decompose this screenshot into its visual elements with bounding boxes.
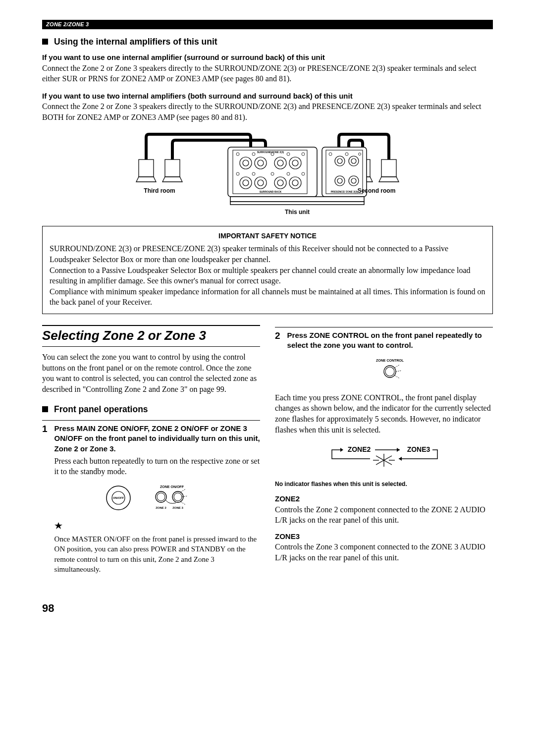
divider: [275, 327, 493, 327]
svg-text:ZONE2: ZONE2: [348, 445, 371, 453]
step1-head: Press MAIN ZONE ON/OFF, ZONE 2 ON/OFF or…: [54, 424, 260, 454]
diagram-third-room-label: Third room: [144, 187, 175, 194]
notice-p3: Compliance with minimum speaker impedanc…: [50, 286, 485, 308]
sub1-title: If you want to use one internal amplifie…: [42, 53, 493, 62]
tip-body: Once MASTER ON/OFF on the front panel is…: [54, 534, 260, 574]
svg-point-28: [252, 172, 255, 175]
front-panel-heading-text: Front panel operations: [54, 404, 148, 414]
svg-point-21: [292, 180, 298, 186]
safety-notice-box: IMPORTANT SAFETY NOTICE SURROUND/ZONE 2(…: [42, 226, 493, 314]
svg-point-44: [359, 153, 361, 156]
zone-cycle-diagram: ZONE2 ZONE3: [275, 444, 493, 476]
diagram-label-presence: PRESENCE/ ZONE 2(3): [331, 190, 358, 193]
section-title-selecting: Selecting Zone 2 or Zone 3: [42, 325, 260, 347]
svg-point-26: [302, 153, 305, 156]
page-number: 98: [42, 601, 493, 616]
onoff-button-diagram: ON/OFF ZONE ON/OFF ZONE 2 ZONE 3: [54, 483, 260, 515]
diagram-label-top: SURROUND/ZONE 2(3): [257, 151, 284, 154]
svg-text:ZONE3: ZONE3: [407, 445, 430, 453]
left-column: Selecting Zone 2 or Zone 3 You can selec…: [42, 314, 260, 576]
svg-point-11: [277, 160, 283, 166]
step-1: 1 Press MAIN ZONE ON/OFF, ZONE 2 ON/OFF …: [42, 424, 260, 576]
breadcrumb: ZONE 2/ZONE 3: [46, 21, 89, 27]
wiring-diagram: SURROUND/ZONE 2(3) SURROUND BACK PRESENC…: [42, 132, 493, 221]
svg-text:ZONE ON/OFF: ZONE ON/OFF: [160, 485, 184, 488]
arrow-note: No indicator flashes when this unit is s…: [275, 480, 493, 488]
diagram-this-unit-label: This unit: [285, 209, 310, 216]
divider: [42, 420, 260, 421]
front-panel-heading: Front panel operations: [42, 404, 260, 416]
diagram-second-room-label: Second room: [358, 187, 396, 194]
svg-text:ZONE 3: ZONE 3: [172, 506, 183, 509]
sub2-body: Connect the Zone 2 or Zone 3 speakers di…: [42, 101, 493, 122]
zone3-body: Controls the Zone 3 component connected …: [275, 541, 493, 563]
svg-point-27: [236, 172, 239, 175]
svg-text:ON/OFF: ON/OFF: [113, 496, 124, 499]
square-bullet-icon: [42, 406, 48, 412]
step-number: 2: [275, 331, 280, 392]
step2-body: Each time you press ZONE CONTROL, the fr…: [275, 392, 493, 435]
zone3-head: ZONE3: [275, 532, 493, 541]
svg-point-41: [351, 178, 356, 183]
svg-point-42: [329, 153, 332, 156]
svg-point-7: [243, 160, 249, 166]
svg-rect-1: [165, 160, 180, 177]
svg-point-37: [351, 159, 356, 163]
svg-point-39: [337, 178, 342, 183]
svg-point-43: [345, 153, 348, 156]
svg-marker-63: [399, 457, 402, 461]
section-heading-amplifiers: Using the internal amplifiers of this un…: [42, 36, 493, 48]
svg-rect-45: [230, 197, 364, 202]
svg-point-31: [302, 172, 305, 175]
svg-text:ZONE 2: ZONE 2: [156, 506, 166, 509]
svg-point-9: [258, 160, 264, 166]
svg-marker-60: [397, 448, 400, 452]
square-bullet-icon: [42, 39, 48, 45]
svg-point-25: [287, 153, 290, 156]
step-number: 1: [42, 424, 48, 576]
section2-intro: You can select the zone you want to cont…: [42, 352, 260, 394]
diagram-label-bottom: SURROUND BACK: [260, 190, 282, 193]
svg-point-56: [384, 366, 396, 378]
zone2-body: Controls the Zone 2 component connected …: [275, 504, 493, 526]
step1-body: Press each button repeatedly to turn on …: [54, 456, 260, 477]
tip-icon: [54, 522, 260, 532]
svg-point-23: [252, 153, 255, 156]
svg-rect-46: [230, 202, 364, 205]
svg-point-17: [258, 180, 264, 186]
step-2: 2 Press ZONE CONTROL on the front panel …: [275, 330, 493, 392]
right-column: 2 Press ZONE CONTROL on the front panel …: [275, 314, 493, 576]
svg-rect-3: [381, 160, 396, 177]
svg-point-13: [292, 160, 298, 166]
svg-point-19: [277, 180, 283, 186]
notice-p2: Connection to a Passive Loudspeaker Sele…: [50, 265, 485, 286]
zone2-head: ZONE2: [275, 494, 493, 504]
svg-point-22: [236, 153, 239, 156]
notice-p1: SURROUND/ZONE 2(3) or PRESENCE/ZONE 2(3)…: [50, 243, 485, 265]
sub2-title: If you want to use two internal amplifie…: [42, 91, 493, 101]
svg-point-29: [271, 172, 274, 175]
svg-point-35: [337, 159, 342, 163]
sub1-body: Connect the Zone 2 or Zone 3 speakers di…: [42, 63, 493, 84]
svg-text:ZONE CONTROL: ZONE CONTROL: [376, 359, 404, 362]
step2-head: Press ZONE CONTROL on the front panel re…: [287, 330, 493, 351]
section-heading-text: Using the internal amplifiers of this un…: [54, 37, 217, 47]
svg-point-15: [243, 180, 249, 186]
page-header-bar: ZONE 2/ZONE 3: [42, 20, 493, 29]
svg-rect-0: [139, 160, 154, 177]
notice-title: IMPORTANT SAFETY NOTICE: [50, 231, 485, 241]
svg-point-30: [287, 172, 290, 175]
zone-control-diagram: ZONE CONTROL: [287, 357, 493, 386]
svg-marker-61: [340, 448, 343, 452]
